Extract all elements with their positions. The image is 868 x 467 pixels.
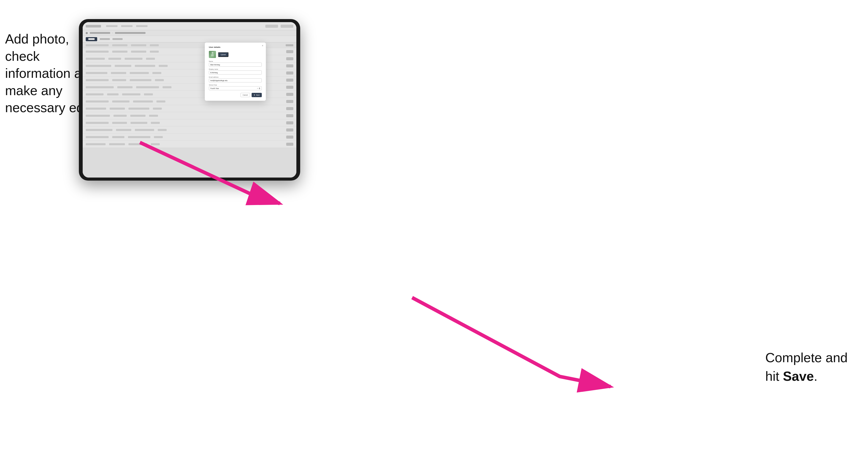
name-field-group: Name Blair McHarg xyxy=(209,61,262,67)
user-details-dialog: User details × xyxy=(205,42,266,101)
tablet-screen: › xyxy=(83,22,297,178)
select-arrows xyxy=(259,88,260,89)
dialog-overlay: User details × xyxy=(83,22,297,178)
tablet-device: › xyxy=(79,19,300,181)
upload-photo-button[interactable]: Upload xyxy=(218,52,228,57)
select-controls: × xyxy=(257,88,260,89)
dialog-title: User details xyxy=(209,46,262,48)
right-arrow xyxy=(412,298,611,386)
email-field-group: Email address test@clippdcollege.edu xyxy=(209,76,262,83)
select-arrow-up-icon xyxy=(259,88,260,88)
save-icon: ⬆ xyxy=(254,94,255,96)
dialog-close-button[interactable]: × xyxy=(262,44,263,47)
annotation-right: Complete and hit Save. xyxy=(765,348,848,385)
photo-section: Upload xyxy=(209,51,262,58)
select-clear-button[interactable]: × xyxy=(257,88,258,89)
display-name-input[interactable]: B.McHarg xyxy=(209,70,262,74)
name-input[interactable]: Blair McHarg xyxy=(209,63,262,67)
school-year-select[interactable]: Fourth Year × xyxy=(209,86,262,90)
cancel-button[interactable]: Cancel xyxy=(240,93,250,97)
school-year-value: Fourth Year xyxy=(210,88,219,89)
display-name-field-group: Display name B.McHarg xyxy=(209,68,262,74)
display-name-label: Display name xyxy=(209,68,262,70)
user-photo-thumb xyxy=(209,51,216,58)
name-label: Name xyxy=(209,61,262,62)
email-input[interactable]: test@clippdcollege.edu xyxy=(209,79,262,83)
photo-thumb-inner xyxy=(209,51,216,58)
save-button[interactable]: ⬆ Save xyxy=(252,93,262,97)
person-silhouette xyxy=(211,52,214,57)
save-label: Save xyxy=(256,94,260,96)
person-body xyxy=(211,54,214,57)
person-head xyxy=(212,52,213,54)
select-arrow-down-icon xyxy=(259,89,260,89)
email-label: Email address xyxy=(209,76,262,78)
school-year-label: School Year xyxy=(209,84,262,86)
dialog-footer: Cancel ⬆ Save xyxy=(209,93,262,97)
screen-content: › xyxy=(83,22,297,178)
school-year-field-group: School Year Fourth Year × xyxy=(209,84,262,90)
